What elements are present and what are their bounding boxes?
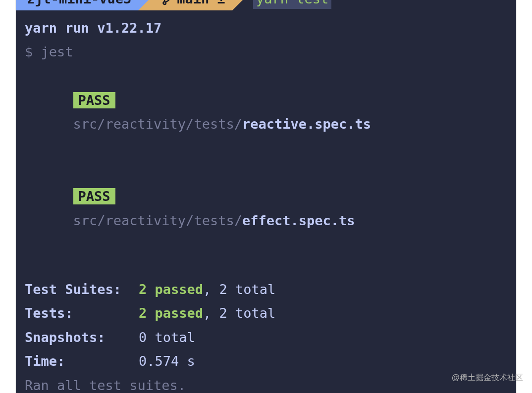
summary-suites: Test Suites: 2 passed, 2 total: [16, 278, 516, 302]
branch-text: main ±: [177, 0, 225, 11]
prompt-dir: zjt-mini-vue3: [16, 0, 138, 10]
summary-time: Time: 0.574 s: [16, 349, 516, 374]
time-val: 0.574 s: [139, 349, 195, 374]
pass-badge: PASS: [73, 92, 115, 108]
command-input[interactable]: yarn test: [253, 0, 331, 9]
svg-point-1: [163, 1, 166, 4]
chevron-right-icon: [232, 0, 243, 10]
snapshots-val: 0 total: [139, 326, 195, 350]
yarn-run-line: yarn run v1.22.17: [16, 16, 516, 41]
pass-badge: PASS: [73, 188, 115, 204]
chevron-right-icon: [138, 0, 149, 10]
git-branch-icon: [162, 0, 172, 5]
spacer: [16, 257, 516, 278]
jest-cmd-line: $ jest: [16, 40, 516, 64]
summary-tests: Tests: 2 passed, 2 total: [16, 301, 516, 326]
tests-passed: 2 passed: [139, 305, 203, 321]
suites-total: , 2 total: [203, 282, 275, 297]
test-file: effect.spec.ts: [242, 213, 355, 228]
pass-line: PASS src/reactivity/tests/effect.spec.ts: [16, 160, 516, 256]
prompt-branch: main ±: [149, 0, 232, 10]
snapshots-label: Snapshots:: [25, 326, 139, 350]
terminal-window: 终端: 本地 × + ⤢ zjt-mini-vue3 main ± yarn t…: [16, 0, 516, 393]
pass-line: PASS src/reactivity/tests/reactive.spec.…: [16, 64, 516, 160]
tests-label: Tests:: [25, 301, 139, 326]
watermark: @稀土掘金技术社区: [452, 373, 523, 383]
suites-label: Test Suites:: [25, 278, 139, 302]
summary-snapshots: Snapshots: 0 total: [16, 326, 516, 350]
test-file: reactive.spec.ts: [242, 116, 371, 132]
tests-total: , 2 total: [203, 305, 275, 321]
test-path: src/reactivity/tests/: [73, 116, 242, 132]
test-path: src/reactivity/tests/: [73, 213, 242, 228]
time-label: Time:: [25, 349, 139, 374]
terminal-content[interactable]: zjt-mini-vue3 main ± yarn test yarn run …: [16, 0, 516, 393]
prompt-row: zjt-mini-vue3 main ± yarn test: [16, 0, 516, 10]
suites-passed: 2 passed: [139, 282, 203, 297]
ran-all-line: Ran all test suites.: [16, 374, 516, 393]
